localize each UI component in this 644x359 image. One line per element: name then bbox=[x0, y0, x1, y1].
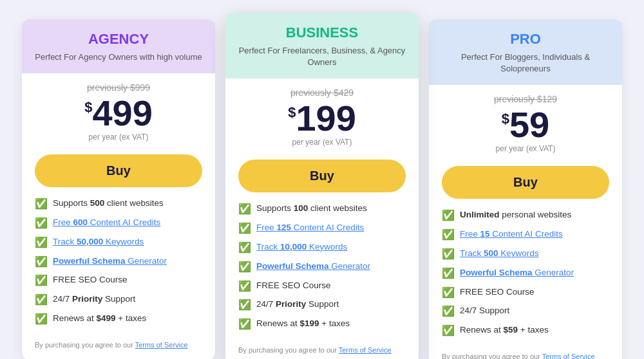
feature-text-agency-0: Supports 500 client websites bbox=[53, 198, 164, 209]
pricing-section-business: previously $429$199per year (ex VAT) bbox=[225, 78, 419, 153]
feature-item-pro-3: ✅Powerful Schema Generator bbox=[442, 267, 609, 281]
features-list-agency: ✅Supports 500 client websites✅Free 600 C… bbox=[22, 198, 215, 332]
feature-text-pro-2[interactable]: Track 500 Keywords bbox=[460, 248, 539, 259]
feature-item-business-5: ✅24/7 Priority Support bbox=[238, 299, 406, 312]
card-header-agency: AGENCYPerfect For Agency Owners with hig… bbox=[22, 19, 215, 73]
checkmark-icon: ✅ bbox=[442, 305, 455, 318]
old-price-business: previously $429 bbox=[238, 87, 406, 98]
feature-item-agency-4: ✅FREE SEO Course bbox=[35, 274, 202, 288]
tos-link-agency[interactable]: Terms of Service bbox=[135, 341, 188, 349]
feature-item-business-3: ✅Powerful Schema Generator bbox=[238, 261, 406, 274]
checkmark-icon: ✅ bbox=[442, 267, 455, 281]
feature-text-business-3[interactable]: Powerful Schema Generator bbox=[256, 261, 370, 272]
checkmark-icon: ✅ bbox=[35, 255, 48, 269]
feature-item-agency-3: ✅Powerful Schema Generator bbox=[35, 255, 202, 269]
price-period-business: per year (ex VAT) bbox=[238, 138, 406, 147]
feature-text-business-6: Renews at $199 + taxes bbox=[256, 318, 350, 329]
feature-item-pro-6: ✅Renews at $59 + taxes bbox=[442, 324, 609, 338]
price-row-business: $199 bbox=[238, 100, 406, 136]
feature-item-pro-5: ✅24/7 Support bbox=[442, 305, 609, 318]
feature-item-pro-1: ✅Free 15 Content AI Credits bbox=[442, 228, 609, 242]
checkmark-icon: ✅ bbox=[35, 293, 48, 307]
plan-subtitle-business: Perfect For Freelancers, Business, & Age… bbox=[238, 45, 406, 68]
feature-item-agency-5: ✅24/7 Priority Support bbox=[35, 293, 202, 307]
checkmark-icon: ✅ bbox=[238, 241, 251, 255]
feature-text-pro-3[interactable]: Powerful Schema Generator bbox=[460, 267, 574, 279]
feature-item-business-1: ✅Free 125 Content AI Credits bbox=[238, 222, 406, 235]
plan-subtitle-pro: Perfect For Bloggers, Individuals & Solo… bbox=[442, 51, 609, 75]
tos-text-agency: By purchasing you agree to our Terms of … bbox=[22, 332, 215, 349]
checkmark-icon: ✅ bbox=[442, 209, 455, 223]
price-amount-business: 199 bbox=[296, 100, 355, 136]
checkmark-icon: ✅ bbox=[238, 318, 251, 331]
feature-item-agency-2: ✅Track 50,000 Keywords bbox=[35, 236, 202, 250]
feature-item-business-2: ✅Track 10,000 Keywords bbox=[238, 241, 406, 255]
tos-link-business[interactable]: Terms of Service bbox=[339, 346, 392, 354]
feature-text-pro-1[interactable]: Free 15 Content AI Credits bbox=[460, 228, 563, 240]
card-header-pro: PROPerfect For Bloggers, Individuals & S… bbox=[429, 19, 622, 85]
price-dollar-pro: $ bbox=[502, 111, 509, 127]
checkmark-icon: ✅ bbox=[442, 248, 455, 261]
plan-name-pro: PRO bbox=[442, 31, 609, 48]
checkmark-icon: ✅ bbox=[35, 217, 48, 230]
tos-link-pro[interactable]: Terms of Service bbox=[542, 353, 595, 359]
buy-button-pro[interactable]: Buy bbox=[442, 166, 609, 199]
pricing-card-business: BUSINESSPerfect For Freelancers, Busines… bbox=[225, 13, 419, 359]
old-price-pro: previously $129 bbox=[442, 94, 609, 104]
pricing-container: AGENCYPerfect For Agency Owners with hig… bbox=[6, 13, 638, 359]
pricing-section-pro: previously $129$59per year (ex VAT) bbox=[429, 85, 622, 160]
tos-text-pro: By purchasing you agree to our Terms of … bbox=[429, 344, 622, 359]
card-header-business: BUSINESSPerfect For Freelancers, Busines… bbox=[225, 13, 419, 78]
price-dollar-business: $ bbox=[288, 104, 296, 121]
checkmark-icon: ✅ bbox=[35, 313, 48, 326]
pricing-section-agency: previously $999$499per year (ex VAT) bbox=[22, 73, 215, 148]
feature-item-agency-1: ✅Free 600 Content AI Credits bbox=[35, 217, 202, 230]
feature-text-business-1[interactable]: Free 125 Content AI Credits bbox=[256, 222, 364, 234]
checkmark-icon: ✅ bbox=[442, 324, 455, 338]
feature-item-pro-4: ✅FREE SEO Course bbox=[442, 286, 609, 300]
feature-item-pro-2: ✅Track 500 Keywords bbox=[442, 248, 609, 261]
feature-text-agency-1[interactable]: Free 600 Content AI Credits bbox=[53, 217, 160, 228]
feature-text-business-0: Supports 100 client websites bbox=[256, 203, 367, 214]
feature-text-pro-5: 24/7 Support bbox=[460, 305, 509, 317]
plan-name-agency: AGENCY bbox=[35, 31, 202, 48]
price-period-agency: per year (ex VAT) bbox=[35, 133, 202, 142]
checkmark-icon: ✅ bbox=[238, 203, 251, 216]
feature-item-pro-0: ✅Unlimited personal websites bbox=[442, 209, 609, 223]
feature-text-agency-2[interactable]: Track 50,000 Keywords bbox=[53, 236, 144, 248]
feature-item-agency-6: ✅Renews at $499 + taxes bbox=[35, 313, 202, 326]
buy-button-business[interactable]: Buy bbox=[238, 160, 406, 192]
feature-text-agency-3[interactable]: Powerful Schema Generator bbox=[53, 255, 167, 267]
price-amount-pro: 59 bbox=[509, 107, 549, 143]
feature-item-business-6: ✅Renews at $199 + taxes bbox=[238, 318, 406, 331]
checkmark-icon: ✅ bbox=[35, 274, 48, 288]
feature-item-business-0: ✅Supports 100 client websites bbox=[238, 203, 406, 216]
feature-item-business-4: ✅FREE SEO Course bbox=[238, 280, 406, 293]
plan-subtitle-agency: Perfect For Agency Owners with high volu… bbox=[35, 51, 202, 63]
checkmark-icon: ✅ bbox=[442, 228, 455, 242]
feature-text-business-5: 24/7 Priority Support bbox=[256, 299, 339, 310]
features-list-business: ✅Supports 100 client websites✅Free 125 C… bbox=[225, 203, 419, 337]
feature-text-business-2[interactable]: Track 10,000 Keywords bbox=[256, 241, 347, 253]
checkmark-icon: ✅ bbox=[442, 286, 455, 300]
price-dollar-agency: $ bbox=[84, 99, 92, 116]
feature-item-agency-0: ✅Supports 500 client websites bbox=[35, 198, 202, 211]
feature-text-pro-4: FREE SEO Course bbox=[460, 286, 535, 298]
price-period-pro: per year (ex VAT) bbox=[442, 144, 609, 153]
price-row-agency: $499 bbox=[35, 95, 202, 131]
checkmark-icon: ✅ bbox=[238, 299, 251, 312]
checkmark-icon: ✅ bbox=[238, 222, 251, 235]
plan-name-business: BUSINESS bbox=[238, 24, 406, 41]
feature-text-pro-6: Renews at $59 + taxes bbox=[460, 324, 549, 336]
price-amount-agency: 499 bbox=[92, 95, 152, 131]
old-price-agency: previously $999 bbox=[35, 82, 202, 93]
pricing-card-agency: AGENCYPerfect For Agency Owners with hig… bbox=[22, 19, 215, 359]
checkmark-icon: ✅ bbox=[35, 236, 48, 250]
features-list-pro: ✅Unlimited personal websites✅Free 15 Con… bbox=[429, 209, 622, 344]
feature-text-agency-4: FREE SEO Course bbox=[53, 274, 128, 286]
checkmark-icon: ✅ bbox=[238, 261, 251, 274]
feature-text-pro-0: Unlimited personal websites bbox=[460, 209, 571, 221]
buy-button-agency[interactable]: Buy bbox=[35, 154, 202, 187]
feature-text-agency-5: 24/7 Priority Support bbox=[53, 293, 135, 305]
checkmark-icon: ✅ bbox=[238, 280, 251, 293]
